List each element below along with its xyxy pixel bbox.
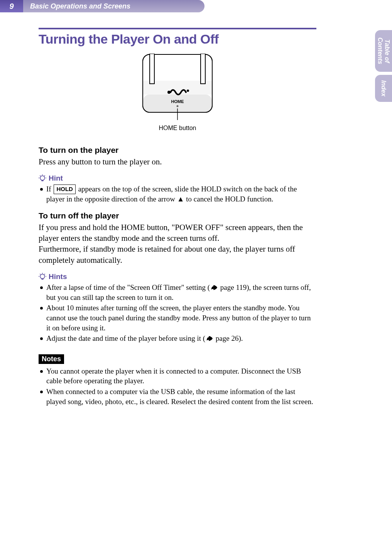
tab-index-label: Index xyxy=(380,80,387,96)
hints-list: After a lapse of time of the "Screen Off… xyxy=(39,283,316,343)
see-page-icon xyxy=(205,335,214,342)
notes-item: You cannot operate the player when it is… xyxy=(39,366,316,386)
lightbulb-icon xyxy=(39,272,46,281)
hint-label-text: Hint xyxy=(49,174,63,183)
notes-label: Notes xyxy=(39,354,64,364)
svg-point-8 xyxy=(177,105,179,107)
svg-rect-19 xyxy=(42,278,44,279)
hold-badge: HOLD xyxy=(54,184,76,194)
turn-off-body: If you press and hold the HOME button, "… xyxy=(39,222,316,266)
svg-line-22 xyxy=(40,274,41,275)
device-illustration: HOME HOME button xyxy=(39,54,316,132)
notes-list: You cannot operate the player when it is… xyxy=(39,366,316,407)
side-tabs: Table ofContents Index xyxy=(375,30,392,102)
tab-index[interactable]: Index xyxy=(375,75,392,102)
page-header: 9 Basic Operations and Screens xyxy=(0,0,392,12)
tab-toc-label: Table ofContents xyxy=(377,37,390,64)
device-caption: HOME button xyxy=(159,125,196,132)
svg-point-18 xyxy=(40,274,45,279)
hint-list-1: If HOLD appears on the top of the screen… xyxy=(39,184,316,204)
hint-label: Hint xyxy=(39,174,316,183)
chapter-title: Basic Operations and Screens xyxy=(23,0,204,12)
notes-item: When connected to a computer via the USB… xyxy=(39,387,316,406)
see-page-icon xyxy=(210,284,218,291)
svg-rect-12 xyxy=(42,180,44,181)
hints-item: Adjust the date and time of the player b… xyxy=(39,333,316,343)
svg-line-15 xyxy=(40,176,41,176)
page-number: 9 xyxy=(0,0,23,12)
svg-rect-4 xyxy=(150,54,154,84)
hints-label-text: Hints xyxy=(49,272,67,281)
turn-on-body: Press any button to turn the player on. xyxy=(39,156,316,167)
title-rule xyxy=(39,28,316,29)
page-content: Turning the Player On and Off HOME HOME … xyxy=(0,12,355,406)
page-title: Turning the Player On and Off xyxy=(39,32,316,47)
svg-line-14 xyxy=(44,176,45,176)
svg-rect-5 xyxy=(201,54,205,84)
hints-item: About 10 minutes after turning off the s… xyxy=(39,303,316,333)
hints-item: After a lapse of time of the "Screen Off… xyxy=(39,283,316,302)
hint-item: If HOLD appears on the top of the screen… xyxy=(39,184,316,204)
lightbulb-icon xyxy=(39,174,46,183)
svg-point-11 xyxy=(40,176,45,181)
tab-table-of-contents[interactable]: Table ofContents xyxy=(375,30,392,72)
svg-point-7 xyxy=(187,90,189,92)
turn-off-heading: To turn off the player xyxy=(39,211,316,220)
hints-label: Hints xyxy=(39,272,316,281)
turn-on-heading: To turn on the player xyxy=(39,145,316,155)
svg-line-21 xyxy=(44,274,45,275)
home-label-text: HOME xyxy=(171,99,184,104)
player-svg: HOME xyxy=(131,54,224,123)
